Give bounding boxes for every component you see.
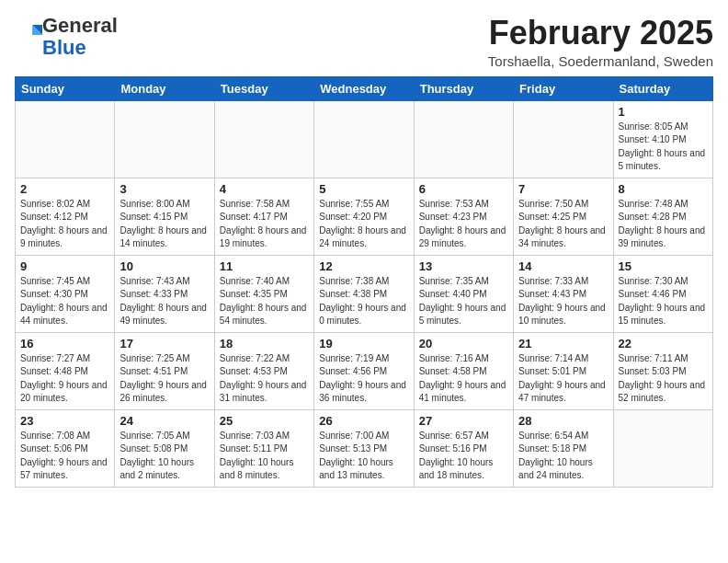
month-title: February 2025 xyxy=(488,15,713,52)
calendar-cell: 2Sunrise: 8:02 AM Sunset: 4:12 PM Daylig… xyxy=(16,178,115,255)
calendar-cell: 10Sunrise: 7:43 AM Sunset: 4:33 PM Dayli… xyxy=(115,255,214,332)
weekday-header-monday: Monday xyxy=(115,76,214,100)
day-info: Sunrise: 7:50 AM Sunset: 4:25 PM Dayligh… xyxy=(518,198,608,251)
weekday-header-saturday: Saturday xyxy=(613,76,712,100)
day-info: Sunrise: 6:57 AM Sunset: 5:16 PM Dayligh… xyxy=(419,430,508,483)
calendar-week-4: 16Sunrise: 7:27 AM Sunset: 4:48 PM Dayli… xyxy=(16,332,713,409)
day-number: 23 xyxy=(20,414,109,428)
day-info: Sunrise: 7:45 AM Sunset: 4:30 PM Dayligh… xyxy=(20,275,109,328)
day-number: 12 xyxy=(319,259,408,273)
page-header: General Blue February 2025 Torshaella, S… xyxy=(15,15,713,69)
calendar-cell: 9Sunrise: 7:45 AM Sunset: 4:30 PM Daylig… xyxy=(16,255,115,332)
calendar-cell: 24Sunrise: 7:05 AM Sunset: 5:08 PM Dayli… xyxy=(115,409,214,487)
day-number: 8 xyxy=(619,182,708,196)
calendar-cell xyxy=(514,100,613,178)
calendar-cell: 14Sunrise: 7:33 AM Sunset: 4:43 PM Dayli… xyxy=(514,255,613,332)
calendar-cell: 19Sunrise: 7:19 AM Sunset: 4:56 PM Dayli… xyxy=(314,332,414,409)
day-info: Sunrise: 7:35 AM Sunset: 4:40 PM Dayligh… xyxy=(419,275,508,328)
calendar-cell: 1Sunrise: 8:05 AM Sunset: 4:10 PM Daylig… xyxy=(613,100,712,178)
day-info: Sunrise: 7:58 AM Sunset: 4:17 PM Dayligh… xyxy=(220,198,309,251)
day-info: Sunrise: 7:05 AM Sunset: 5:08 PM Dayligh… xyxy=(119,430,209,483)
calendar-cell: 17Sunrise: 7:25 AM Sunset: 4:51 PM Dayli… xyxy=(115,332,214,409)
calendar-week-5: 23Sunrise: 7:08 AM Sunset: 5:06 PM Dayli… xyxy=(16,409,713,487)
day-number: 20 xyxy=(419,337,508,350)
weekday-header-friday: Friday xyxy=(514,76,613,100)
day-number: 4 xyxy=(220,182,309,196)
calendar-table: SundayMondayTuesdayWednesdayThursdayFrid… xyxy=(15,76,713,488)
day-number: 18 xyxy=(220,337,309,350)
calendar-cell: 20Sunrise: 7:16 AM Sunset: 4:58 PM Dayli… xyxy=(414,332,513,409)
weekday-header-wednesday: Wednesday xyxy=(314,76,414,100)
location-subtitle: Torshaella, Soedermanland, Sweden xyxy=(488,53,713,69)
weekday-header-tuesday: Tuesday xyxy=(214,76,313,100)
calendar-cell: 4Sunrise: 7:58 AM Sunset: 4:17 PM Daylig… xyxy=(214,178,313,255)
day-number: 7 xyxy=(518,182,608,196)
day-info: Sunrise: 7:48 AM Sunset: 4:28 PM Dayligh… xyxy=(619,198,708,251)
calendar-cell: 27Sunrise: 6:57 AM Sunset: 5:16 PM Dayli… xyxy=(414,409,513,487)
day-number: 17 xyxy=(119,337,209,350)
calendar-cell: 11Sunrise: 7:40 AM Sunset: 4:35 PM Dayli… xyxy=(214,255,313,332)
day-number: 14 xyxy=(518,259,608,273)
day-number: 19 xyxy=(319,337,408,350)
calendar-week-3: 9Sunrise: 7:45 AM Sunset: 4:30 PM Daylig… xyxy=(16,255,713,332)
day-number: 9 xyxy=(20,259,109,273)
day-info: Sunrise: 7:30 AM Sunset: 4:46 PM Dayligh… xyxy=(619,275,708,328)
day-number: 24 xyxy=(119,414,209,428)
day-info: Sunrise: 8:05 AM Sunset: 4:10 PM Dayligh… xyxy=(619,121,708,174)
day-info: Sunrise: 7:16 AM Sunset: 4:58 PM Dayligh… xyxy=(419,352,508,406)
day-info: Sunrise: 8:00 AM Sunset: 4:15 PM Dayligh… xyxy=(119,198,209,251)
calendar-cell: 13Sunrise: 7:35 AM Sunset: 4:40 PM Dayli… xyxy=(414,255,513,332)
calendar-cell: 3Sunrise: 8:00 AM Sunset: 4:15 PM Daylig… xyxy=(115,178,214,255)
weekday-header-row: SundayMondayTuesdayWednesdayThursdayFrid… xyxy=(16,76,713,100)
calendar-cell: 25Sunrise: 7:03 AM Sunset: 5:11 PM Dayli… xyxy=(214,409,313,487)
day-info: Sunrise: 7:25 AM Sunset: 4:51 PM Dayligh… xyxy=(119,352,209,406)
calendar-cell: 18Sunrise: 7:22 AM Sunset: 4:53 PM Dayli… xyxy=(214,332,313,409)
calendar-cell: 5Sunrise: 7:55 AM Sunset: 4:20 PM Daylig… xyxy=(314,178,414,255)
day-number: 25 xyxy=(220,414,309,428)
calendar-cell xyxy=(115,100,214,178)
logo-blue-text: Blue xyxy=(42,36,86,59)
day-number: 21 xyxy=(518,337,608,350)
day-number: 16 xyxy=(20,337,109,350)
day-info: Sunrise: 7:03 AM Sunset: 5:11 PM Dayligh… xyxy=(220,430,309,483)
calendar-cell xyxy=(613,409,712,487)
calendar-cell: 28Sunrise: 6:54 AM Sunset: 5:18 PM Dayli… xyxy=(514,409,613,487)
calendar-week-2: 2Sunrise: 8:02 AM Sunset: 4:12 PM Daylig… xyxy=(16,178,713,255)
day-number: 11 xyxy=(220,259,309,273)
weekday-header-sunday: Sunday xyxy=(16,76,115,100)
day-number: 22 xyxy=(619,337,708,350)
day-info: Sunrise: 7:43 AM Sunset: 4:33 PM Dayligh… xyxy=(119,275,209,328)
calendar-cell: 22Sunrise: 7:11 AM Sunset: 5:03 PM Dayli… xyxy=(613,332,712,409)
day-info: Sunrise: 7:00 AM Sunset: 5:13 PM Dayligh… xyxy=(319,430,408,483)
day-info: Sunrise: 7:08 AM Sunset: 5:06 PM Dayligh… xyxy=(20,430,109,483)
day-number: 26 xyxy=(319,414,408,428)
day-info: Sunrise: 7:14 AM Sunset: 5:01 PM Dayligh… xyxy=(518,352,608,406)
day-info: Sunrise: 7:38 AM Sunset: 4:38 PM Dayligh… xyxy=(319,275,408,328)
day-number: 3 xyxy=(119,182,209,196)
day-number: 5 xyxy=(319,182,408,196)
title-block: February 2025 Torshaella, Soedermanland,… xyxy=(488,15,713,69)
day-info: Sunrise: 7:40 AM Sunset: 4:35 PM Dayligh… xyxy=(220,275,309,328)
calendar-cell: 8Sunrise: 7:48 AM Sunset: 4:28 PM Daylig… xyxy=(613,178,712,255)
day-info: Sunrise: 7:27 AM Sunset: 4:48 PM Dayligh… xyxy=(20,352,109,406)
day-info: Sunrise: 7:55 AM Sunset: 4:20 PM Dayligh… xyxy=(319,198,408,251)
logo-general-text: General xyxy=(42,14,118,37)
calendar-cell: 12Sunrise: 7:38 AM Sunset: 4:38 PM Dayli… xyxy=(314,255,414,332)
day-number: 10 xyxy=(119,259,209,273)
day-number: 2 xyxy=(20,182,109,196)
day-info: Sunrise: 6:54 AM Sunset: 5:18 PM Dayligh… xyxy=(518,430,608,483)
day-info: Sunrise: 7:19 AM Sunset: 4:56 PM Dayligh… xyxy=(319,352,408,406)
calendar-cell xyxy=(414,100,513,178)
day-number: 15 xyxy=(619,259,708,273)
calendar-cell: 23Sunrise: 7:08 AM Sunset: 5:06 PM Dayli… xyxy=(16,409,115,487)
logo-icon xyxy=(17,22,42,48)
calendar-cell xyxy=(16,100,115,178)
day-number: 27 xyxy=(419,414,508,428)
day-number: 1 xyxy=(619,105,708,119)
calendar-cell: 6Sunrise: 7:53 AM Sunset: 4:23 PM Daylig… xyxy=(414,178,513,255)
calendar-cell: 16Sunrise: 7:27 AM Sunset: 4:48 PM Dayli… xyxy=(16,332,115,409)
calendar-cell: 21Sunrise: 7:14 AM Sunset: 5:01 PM Dayli… xyxy=(514,332,613,409)
day-info: Sunrise: 7:33 AM Sunset: 4:43 PM Dayligh… xyxy=(518,275,608,328)
calendar-cell: 15Sunrise: 7:30 AM Sunset: 4:46 PM Dayli… xyxy=(613,255,712,332)
calendar-cell xyxy=(214,100,313,178)
